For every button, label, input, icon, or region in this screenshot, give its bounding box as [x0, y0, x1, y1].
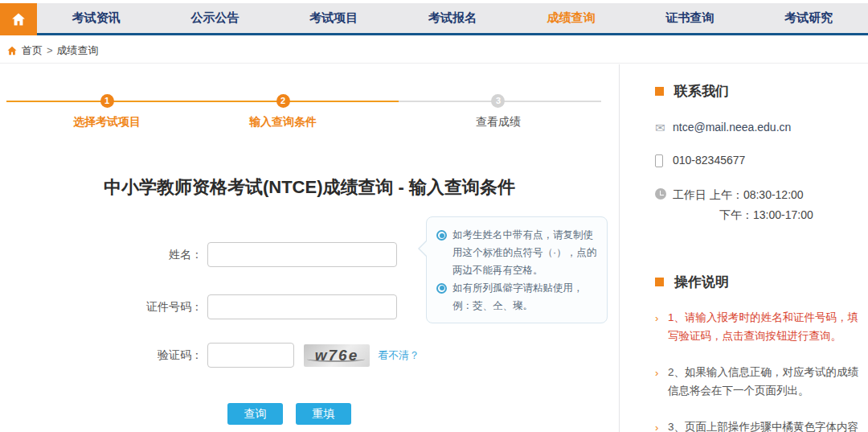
- captcha-image[interactable]: w76e: [304, 344, 370, 367]
- instruction-item-1: › 1、请输入报考时的姓名和证件号码，填写验证码，点击查询按钮进行查询。: [655, 309, 861, 346]
- instruction-item-2-text: 2、如果输入信息正确，对应考试的成绩信息将会在下一个页面列出。: [668, 366, 858, 397]
- working-hours-line1: 工作日 上午：08:30-12:00: [673, 188, 804, 201]
- breadcrumb-home-link[interactable]: 首页: [22, 43, 43, 58]
- step-2-circle: 2: [276, 94, 290, 108]
- step-1-select-exam: 1 选择考试项目: [51, 94, 163, 130]
- nav-item-public-notices[interactable]: 公示公告: [156, 3, 275, 33]
- instruction-item-1-text: 1、请输入报考时的姓名和证件号码，填写验证码，点击查询按钮进行查询。: [668, 311, 858, 342]
- tooltip-note-1: 如考生姓名中带有点，请复制使用这个标准的点符号（·），点的两边不能再有空格。: [436, 227, 597, 280]
- home-button[interactable]: [0, 3, 37, 35]
- step-2-label: 输入查询条件: [227, 115, 339, 130]
- breadcrumb-separator: >: [47, 44, 53, 56]
- step-3-label: 查看成绩: [442, 115, 555, 130]
- main-panel: 1 选择考试项目 2 输入查询条件 3 查看成绩 中小学教师资格考试(NTCE)…: [0, 64, 619, 432]
- breadcrumb: 首页 > 成绩查询: [0, 38, 868, 64]
- nav-menu: 考试资讯 公示公告 考试项目 考试报名 成绩查询 证书查询 考试研究: [37, 3, 868, 33]
- nav-item-exam-programs[interactable]: 考试项目: [274, 3, 393, 33]
- contact-email-row: ✉ ntce@mail.neea.edu.cn: [655, 121, 854, 134]
- contact-hours-row: 工作日 上午：08:30-12:00 下午：13:00-17:00: [655, 187, 854, 223]
- instructions-title: 操作说明: [674, 273, 729, 291]
- instruction-item-3-text: 3、页面上部操作步骤中橘黄色字体内容表示您所处的查询位置。: [668, 421, 858, 432]
- captcha-refresh-link[interactable]: 看不清？: [378, 348, 420, 363]
- email-icon: ✉: [655, 121, 665, 134]
- bullet-dot-icon: [436, 230, 447, 241]
- step-1-circle: 1: [100, 94, 114, 108]
- tooltip-note-2: 如有所列孤僻字请粘贴使用，例：茭、仝、璨。: [436, 280, 597, 315]
- tooltip-note-2-text: 如有所列孤僻字请粘贴使用，例：茭、仝、璨。: [452, 282, 583, 311]
- orange-square-bullet: [655, 278, 664, 286]
- page-content: 1 选择考试项目 2 输入查询条件 3 查看成绩 中小学教师资格考试(NTCE)…: [0, 64, 868, 432]
- nav-item-exam-registration[interactable]: 考试报名: [393, 3, 512, 33]
- nav-item-certificate-query[interactable]: 证书查询: [631, 3, 750, 33]
- instructions-section-header: 操作说明: [655, 273, 854, 291]
- instruction-item-2: › 2、如果输入信息正确，对应考试的成绩信息将会在下一个页面列出。: [655, 364, 861, 401]
- chevron-right-icon: ›: [655, 419, 658, 432]
- chevron-right-icon: ›: [655, 310, 658, 327]
- home-icon: [6, 45, 18, 56]
- step-3-circle: 3: [491, 94, 505, 108]
- name-row: 姓名：: [138, 242, 397, 267]
- id-number-input[interactable]: [207, 294, 397, 319]
- sidebar: 联系我们 ✉ ntce@mail.neea.edu.cn 010-8234567…: [619, 64, 868, 432]
- name-hint-tooltip: 如考生姓名中带有点，请复制使用这个标准的点符号（·），点的两边不能再有空格。 如…: [426, 216, 608, 323]
- phone-icon: [655, 154, 663, 167]
- captcha-input[interactable]: [207, 343, 294, 368]
- step-3-view-scores: 3 查看成绩: [442, 94, 555, 130]
- contact-title: 联系我们: [674, 82, 729, 101]
- name-label: 姓名：: [138, 248, 203, 262]
- home-icon: [10, 11, 27, 27]
- top-navigation: 考试资讯 公示公告 考试项目 考试报名 成绩查询 证书查询 考试研究: [0, 3, 868, 35]
- working-hours-line2: 下午：13:00-17:00: [673, 208, 813, 224]
- reset-button[interactable]: 重填: [296, 403, 351, 425]
- nav-item-exam-news[interactable]: 考试资讯: [37, 3, 156, 33]
- contact-section-header: 联系我们: [655, 82, 854, 101]
- step-1-label: 选择考试项目: [51, 115, 163, 130]
- step-2-enter-criteria: 2 输入查询条件: [227, 94, 339, 130]
- form-actions: 查询 重填: [227, 403, 351, 425]
- tooltip-note-1-text: 如考生姓名中带有点，请复制使用这个标准的点符号（·），点的两边不能再有空格。: [452, 229, 596, 276]
- orange-square-bullet: [655, 87, 664, 96]
- contact-phone-number: 010-82345677: [673, 154, 745, 167]
- chevron-right-icon: ›: [655, 364, 658, 382]
- breadcrumb-current: 成绩查询: [57, 43, 99, 58]
- nav-item-exam-research[interactable]: 考试研究: [749, 3, 868, 33]
- bullet-dot-icon: [436, 283, 447, 294]
- clock-icon: [655, 188, 666, 200]
- contact-email: ntce@mail.neea.edu.cn: [673, 121, 791, 134]
- nav-item-score-query[interactable]: 成绩查询: [512, 3, 631, 33]
- instruction-item-3: › 3、页面上部操作步骤中橘黄色字体内容表示您所处的查询位置。: [655, 418, 861, 432]
- captcha-label: 验证码：: [138, 348, 203, 363]
- name-input[interactable]: [207, 242, 397, 267]
- id-number-label: 证件号码：: [138, 300, 203, 315]
- query-button[interactable]: 查询: [227, 403, 283, 425]
- id-number-row: 证件号码：: [138, 294, 397, 319]
- captcha-row: 验证码： w76e 看不清？: [138, 343, 420, 368]
- step-indicator: 1 选择考试项目 2 输入查询条件 3 查看成绩: [6, 90, 601, 138]
- contact-phone-row: 010-82345677: [655, 154, 854, 167]
- page-title: 中小学教师资格考试(NTCE)成绩查询 - 输入查询条件: [0, 175, 619, 200]
